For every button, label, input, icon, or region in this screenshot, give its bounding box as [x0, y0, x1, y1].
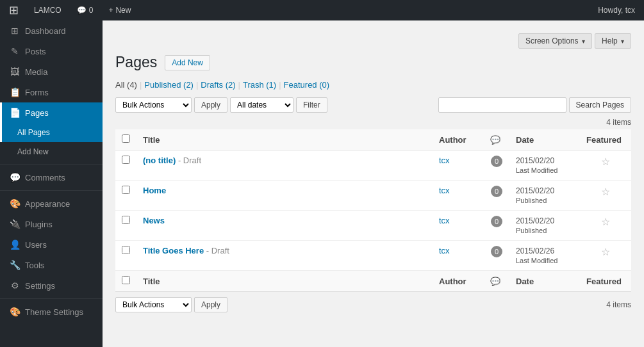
- sidebar-item-theme-settings[interactable]: 🎨 Theme Settings: [0, 302, 103, 322]
- sidebar-item-pages[interactable]: 📄 Pages: [0, 102, 103, 123]
- sidebar-item-appearance[interactable]: 🎨 Appearance: [0, 193, 103, 214]
- help-arrow: ▾: [621, 38, 624, 45]
- author-link-0[interactable]: tcx: [439, 156, 450, 165]
- select-all-footer-checkbox[interactable]: [122, 276, 130, 284]
- author-link-2[interactable]: tcx: [439, 216, 450, 225]
- select-all-checkbox[interactable]: [122, 134, 130, 143]
- comment-count-3: 0: [491, 246, 502, 257]
- page-title-link-0[interactable]: (no title): [143, 156, 176, 165]
- filter-tab-trash[interactable]: Trash (1): [243, 79, 276, 91]
- posts-icon: ✎: [10, 46, 20, 56]
- featured-column-header[interactable]: Featured: [580, 129, 631, 150]
- row-title-cell-0: (no title) - Draft: [136, 150, 433, 181]
- sidebar-item-settings[interactable]: ⚙ Settings: [0, 275, 103, 296]
- sidebar-item-users[interactable]: 👤 Users: [0, 234, 103, 255]
- filter-tab-drafts[interactable]: Drafts (2): [201, 79, 235, 91]
- settings-icon: ⚙: [10, 280, 20, 291]
- search-pages-button[interactable]: Search Pages: [569, 97, 631, 113]
- site-name[interactable]: LAMCO: [30, 0, 65, 20]
- sidebar-item-tools[interactable]: 🔧 Tools: [0, 255, 103, 275]
- date-filter-select[interactable]: All dates: [230, 97, 293, 113]
- filter-tab-all[interactable]: All (4): [115, 79, 137, 91]
- author-link-1[interactable]: tcx: [439, 186, 450, 195]
- sidebar-label-add-new-page: Add New: [17, 147, 49, 156]
- comment-count-1: 0: [491, 186, 502, 197]
- bulk-actions-bottom-select[interactable]: Bulk Actions: [115, 297, 192, 312]
- apply-bottom-button[interactable]: Apply: [194, 297, 227, 312]
- sidebar-label-forms: Forms: [25, 88, 49, 97]
- sidebar-label-all-pages: All Pages: [17, 128, 50, 137]
- pages-icon: 📄: [10, 108, 20, 118]
- sidebar-item-forms[interactable]: 📋 Forms: [0, 82, 103, 102]
- tools-icon: 🔧: [10, 260, 20, 270]
- sidebar-item-posts[interactable]: ✎ Posts: [0, 41, 103, 61]
- apply-top-button[interactable]: Apply: [194, 97, 227, 113]
- row-date-status-0: Last Modified: [516, 166, 557, 174]
- row-date-1: 2015/02/20: [516, 186, 554, 195]
- sidebar: ⊞ Dashboard ✎ Posts 🖼 Media 📋 Forms 📄 Pa…: [0, 20, 103, 347]
- author-column-header[interactable]: Author: [433, 129, 484, 150]
- select-all-header: [115, 129, 136, 150]
- page-title: Pages: [115, 54, 157, 71]
- row-author-cell-0: tcx: [433, 150, 484, 181]
- filter-tabs: All (4) | Published (2) | Drafts (2) | T…: [115, 79, 631, 91]
- page-title-link-2[interactable]: News: [143, 216, 165, 225]
- bottom-action-bar: Bulk Actions Apply: [115, 297, 227, 312]
- sidebar-label-theme-settings: Theme Settings: [25, 307, 83, 317]
- row-checkbox-2[interactable]: [122, 216, 130, 224]
- table-row: Home tcx 0 2015/02/20 Published ☆: [115, 181, 631, 211]
- table-row: News tcx 0 2015/02/20 Published ☆: [115, 211, 631, 241]
- author-link-3[interactable]: tcx: [439, 246, 450, 255]
- top-action-bar: Bulk Actions Apply All dates Filter: [115, 97, 327, 113]
- user-howdy[interactable]: Howdy, tcx: [594, 0, 639, 20]
- sidebar-label-comments: Comments: [25, 173, 65, 182]
- featured-footer-header: Featured: [580, 271, 631, 292]
- row-checkbox-1[interactable]: [122, 186, 130, 194]
- page-title-link-3[interactable]: Title Goes Here: [143, 246, 204, 255]
- plus-icon: +: [108, 6, 113, 15]
- featured-star-0[interactable]: ☆: [601, 156, 610, 167]
- filter-tab-featured[interactable]: Featured (0): [284, 79, 330, 91]
- table-header-row: Title Author 💬 Date Featured: [115, 129, 631, 150]
- row-checkbox-3[interactable]: [122, 246, 130, 254]
- comment-footer-header: 💬: [484, 271, 509, 292]
- media-icon: 🖼: [10, 67, 20, 77]
- comment-column-header: 💬: [484, 129, 509, 150]
- sidebar-item-media[interactable]: 🖼 Media: [0, 61, 103, 82]
- row-comment-cell-1: 0: [484, 181, 509, 211]
- bulk-actions-top-select[interactable]: Bulk Actions: [115, 97, 192, 113]
- sidebar-item-plugins[interactable]: 🔌 Plugins: [0, 214, 103, 234]
- row-checkbox-0[interactable]: [122, 156, 130, 164]
- sidebar-item-dashboard[interactable]: ⊞ Dashboard: [0, 20, 103, 41]
- row-comment-cell-3: 0: [484, 241, 509, 271]
- sidebar-item-comments[interactable]: 💬 Comments: [0, 167, 103, 188]
- sidebar-item-all-pages[interactable]: All Pages: [0, 123, 103, 142]
- page-title-area: Pages Add New: [115, 54, 631, 71]
- featured-star-2[interactable]: ☆: [601, 216, 610, 227]
- add-new-button[interactable]: Add New: [165, 55, 210, 70]
- wp-logo[interactable]: ⊞: [5, 0, 22, 20]
- title-column-header[interactable]: Title: [136, 129, 433, 150]
- sidebar-label-tools: Tools: [25, 261, 44, 270]
- row-comment-cell-0: 0: [484, 150, 509, 181]
- sidebar-item-add-new-page[interactable]: Add New: [0, 142, 103, 161]
- page-title-link-1[interactable]: Home: [143, 186, 166, 195]
- screen-options-button[interactable]: Screen Options ▾: [518, 33, 592, 49]
- row-title-cell-3: Title Goes Here - Draft: [136, 241, 433, 271]
- sidebar-label-pages: Pages: [25, 108, 49, 118]
- help-button[interactable]: Help ▾: [595, 33, 631, 49]
- search-pages-input[interactable]: [438, 97, 566, 113]
- new-content-link[interactable]: + New: [104, 0, 135, 20]
- sidebar-label-dashboard: Dashboard: [25, 26, 66, 36]
- featured-star-3[interactable]: ☆: [601, 246, 610, 257]
- featured-star-1[interactable]: ☆: [601, 186, 610, 197]
- filter-button[interactable]: Filter: [296, 97, 327, 113]
- comments-link[interactable]: 💬 0: [73, 0, 97, 20]
- sidebar-separator-1: [0, 164, 103, 165]
- row-status-0: - Draft: [178, 156, 201, 165]
- date-column-header[interactable]: Date: [509, 129, 580, 150]
- filter-tab-published[interactable]: Published (2): [144, 79, 194, 91]
- row-date-cell-0: 2015/02/20 Last Modified: [509, 150, 580, 181]
- row-date-0: 2015/02/20: [516, 156, 554, 165]
- pages-table: Title Author 💬 Date Featured (no title) …: [115, 129, 631, 292]
